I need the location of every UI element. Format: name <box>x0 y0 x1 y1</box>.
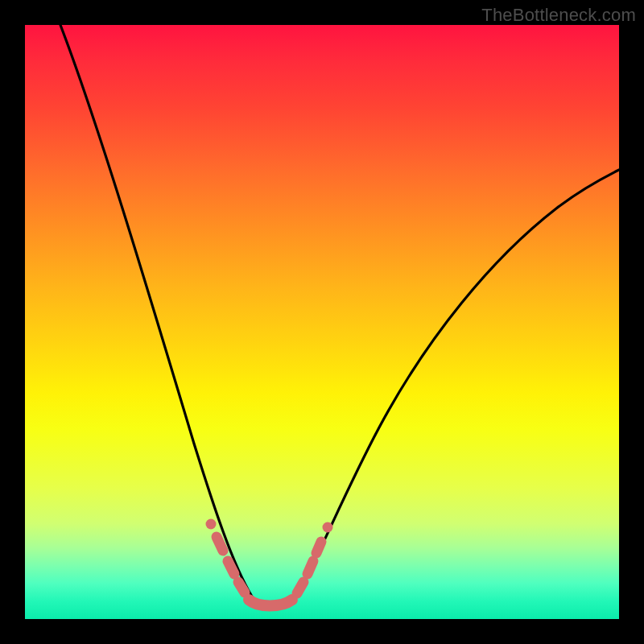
bottleneck-curve <box>60 25 619 609</box>
chart-frame: TheBottleneck.com <box>0 0 644 644</box>
svg-point-1 <box>323 522 333 533</box>
watermark-text: TheBottleneck.com <box>481 5 636 26</box>
curve-layer <box>25 25 619 619</box>
plot-area <box>25 25 619 619</box>
svg-point-0 <box>206 519 217 530</box>
accent-valley <box>206 519 333 606</box>
